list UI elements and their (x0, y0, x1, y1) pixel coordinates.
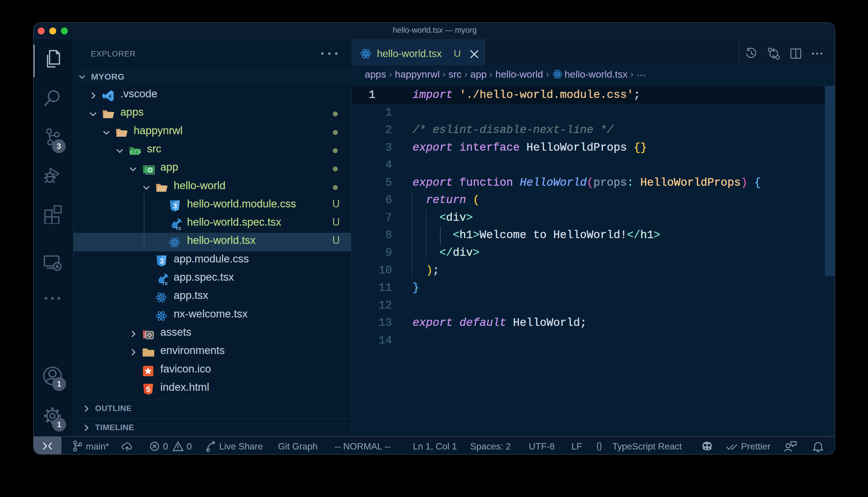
svg-text:3: 3 (160, 257, 164, 265)
svg-text:TS: TS (162, 281, 168, 285)
svg-text:TS: TS (175, 226, 181, 230)
svg-text:3: 3 (173, 202, 177, 210)
svg-text:5: 5 (146, 385, 150, 394)
